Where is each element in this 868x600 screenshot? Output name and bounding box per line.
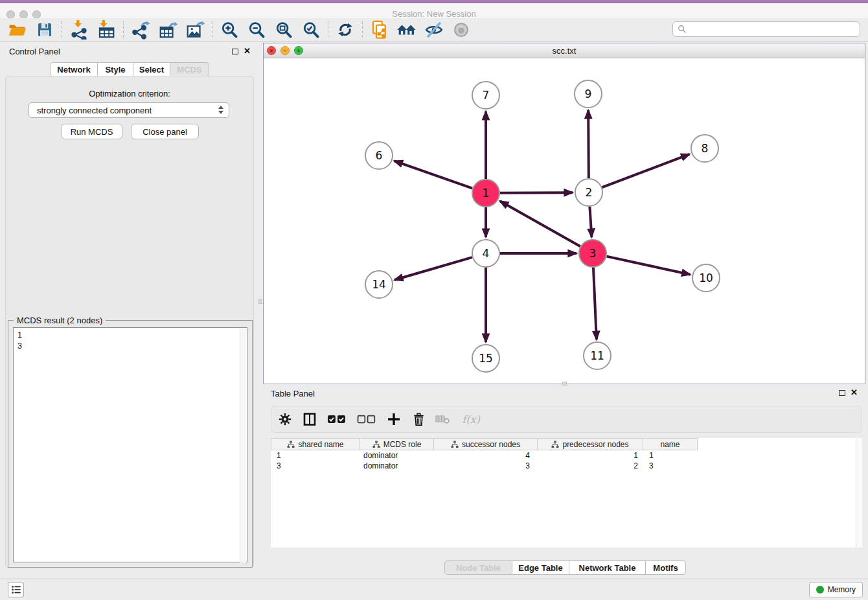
table-options-button[interactable] bbox=[277, 410, 293, 429]
close-panel-button[interactable]: Close panel bbox=[131, 124, 199, 139]
graph-edge-2-9[interactable] bbox=[588, 110, 589, 178]
tab-mcds[interactable]: MCDS bbox=[170, 62, 209, 76]
home-view-button[interactable] bbox=[393, 19, 420, 40]
create-column-button[interactable] bbox=[385, 410, 402, 429]
tree-icon bbox=[287, 441, 295, 448]
import-network-icon bbox=[69, 20, 89, 40]
toolbar-separator bbox=[328, 21, 328, 38]
columns-icon bbox=[302, 411, 317, 427]
graph-node-7[interactable]: 7 bbox=[472, 82, 499, 109]
graph-edge-3-11[interactable] bbox=[593, 268, 597, 340]
table-row[interactable]: 1 dominator 4 1 1 bbox=[271, 450, 862, 461]
run-mcds-button[interactable]: Run MCDS bbox=[61, 124, 122, 139]
toolbar-separator bbox=[362, 21, 363, 38]
graph-node-9[interactable]: 9 bbox=[575, 80, 602, 108]
export-network-button[interactable] bbox=[127, 19, 154, 40]
tab-network-table[interactable]: Network Table bbox=[569, 560, 646, 575]
clone-network-button[interactable] bbox=[366, 19, 393, 40]
column-label: MCDS role bbox=[383, 440, 422, 449]
zoom-fit-button[interactable] bbox=[270, 19, 297, 40]
column-header-shared-name[interactable]: shared name bbox=[271, 438, 360, 450]
graph-node-3[interactable]: 3 bbox=[579, 240, 606, 267]
result-line: 1 bbox=[17, 330, 243, 341]
unselect-all-columns-button[interactable] bbox=[356, 410, 378, 429]
tab-select[interactable]: Select bbox=[133, 62, 170, 76]
tab-motifs[interactable]: Motifs bbox=[646, 560, 686, 575]
toolbar-separator bbox=[212, 21, 212, 38]
control-panel-title: Control Panel bbox=[9, 47, 60, 56]
delete-column-button[interactable] bbox=[410, 410, 427, 429]
table-row[interactable]: 3 dominator 3 2 3 bbox=[271, 461, 862, 471]
export-image-button[interactable] bbox=[181, 19, 209, 40]
hide-graphics-button[interactable] bbox=[420, 19, 448, 40]
search-field[interactable] bbox=[672, 21, 860, 37]
float-panel-icon[interactable] bbox=[232, 49, 238, 54]
close-table-panel-icon[interactable]: ✕ bbox=[851, 389, 858, 396]
control-panel-tabs: Network Style Select MCDS bbox=[50, 62, 209, 76]
network-window-titlebar[interactable]: × − + scc.txt bbox=[264, 43, 865, 58]
open-session-button[interactable] bbox=[4, 19, 31, 40]
graph-node-label: 10 bbox=[699, 271, 713, 284]
graph-node-2[interactable]: 2 bbox=[575, 179, 602, 206]
mcds-result-textarea[interactable]: 1 3 bbox=[13, 327, 247, 562]
table-panel-title: Table Panel bbox=[271, 389, 315, 398]
graph-node-10[interactable]: 10 bbox=[692, 264, 720, 292]
show-graphics-button[interactable] bbox=[448, 19, 475, 40]
show-column-button[interactable] bbox=[301, 410, 318, 429]
graph-node-label: 15 bbox=[479, 352, 493, 365]
graph-node-label: 3 bbox=[589, 247, 597, 260]
save-session-button[interactable] bbox=[31, 19, 58, 40]
vertical-splitter-handle[interactable] bbox=[258, 299, 262, 304]
export-table-button[interactable] bbox=[154, 19, 181, 40]
graph-node-4[interactable]: 4 bbox=[472, 240, 499, 267]
graph-node-11[interactable]: 11 bbox=[584, 342, 611, 369]
zoom-out-button[interactable] bbox=[243, 19, 270, 40]
function-builder-button[interactable]: f(x) bbox=[459, 410, 483, 429]
graph-node-14[interactable]: 14 bbox=[365, 271, 393, 298]
graph-edge-1-2[interactable] bbox=[500, 192, 573, 193]
network-graph[interactable]: 7968124314101511 bbox=[264, 58, 865, 384]
column-header-successor-nodes[interactable]: successor nodes bbox=[434, 438, 538, 450]
graph-edge-1-6[interactable] bbox=[394, 161, 473, 188]
graph-node-label: 6 bbox=[376, 149, 383, 162]
delete-table-button[interactable] bbox=[435, 410, 451, 429]
zoom-selected-button[interactable] bbox=[297, 19, 325, 40]
apply-layout-button[interactable] bbox=[332, 19, 359, 40]
network-canvas[interactable]: 7968124314101511 bbox=[264, 58, 865, 384]
memory-label: Memory bbox=[828, 585, 856, 594]
zoom-in-button[interactable] bbox=[216, 19, 243, 40]
import-table-button[interactable] bbox=[93, 19, 120, 40]
graph-edge-2-3[interactable] bbox=[589, 207, 591, 237]
cell-shared-name: 1 bbox=[271, 451, 360, 460]
unchecked-boxes-icon bbox=[357, 414, 376, 424]
graph-node-1[interactable]: 1 bbox=[472, 179, 499, 207]
search-input[interactable] bbox=[690, 23, 860, 35]
column-header-name[interactable]: name bbox=[643, 438, 698, 450]
column-label: successor nodes bbox=[462, 440, 520, 449]
float-table-panel-icon[interactable] bbox=[839, 390, 845, 396]
select-all-columns-button[interactable] bbox=[326, 410, 348, 429]
memory-button[interactable]: Memory bbox=[809, 582, 863, 597]
tab-edge-table[interactable]: Edge Table bbox=[512, 560, 569, 575]
graph-node-8[interactable]: 8 bbox=[691, 135, 718, 162]
export-image-icon bbox=[185, 20, 205, 40]
tab-node-table[interactable]: Node Table bbox=[444, 560, 512, 575]
column-header-mcds-role[interactable]: MCDS role bbox=[360, 438, 434, 450]
criterion-select[interactable]: strongly connected component bbox=[29, 102, 229, 118]
tab-style[interactable]: Style bbox=[98, 62, 133, 76]
criterion-value: strongly connected component bbox=[37, 106, 152, 115]
close-panel-icon[interactable]: ✕ bbox=[244, 48, 251, 54]
tab-network[interactable]: Network bbox=[50, 62, 98, 76]
task-history-button[interactable] bbox=[8, 582, 24, 597]
graph-edge-4-14[interactable] bbox=[394, 257, 472, 280]
column-header-predecessor-nodes[interactable]: predecessor nodes bbox=[538, 438, 643, 450]
graph-node-6[interactable]: 6 bbox=[365, 142, 393, 169]
graph-edge-3-1[interactable] bbox=[500, 201, 580, 246]
import-network-button[interactable] bbox=[65, 19, 93, 40]
result-scrollbar[interactable] bbox=[240, 329, 246, 562]
graph-edge-2-8[interactable] bbox=[602, 154, 690, 187]
graph-node-15[interactable]: 15 bbox=[472, 345, 499, 372]
graph-edge-3-10[interactable] bbox=[606, 257, 690, 275]
table-vertical-scrollbar[interactable] bbox=[856, 438, 862, 548]
horizontal-splitter-handle[interactable] bbox=[562, 382, 567, 386]
